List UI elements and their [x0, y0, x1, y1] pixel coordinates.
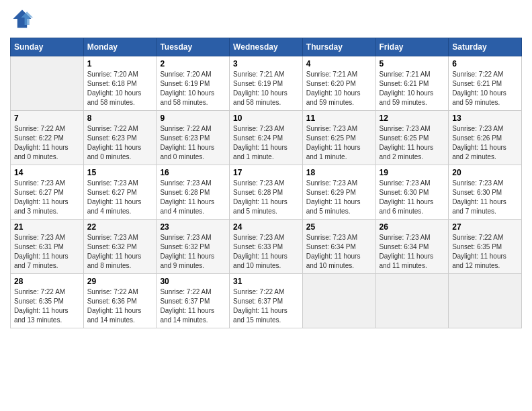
- day-info: Sunrise: 7:23 AM Sunset: 6:31 PM Dayligh…: [14, 233, 80, 271]
- calendar-cell: 24Sunrise: 7:23 AM Sunset: 6:33 PM Dayli…: [230, 220, 303, 274]
- day-info: Sunrise: 7:23 AM Sunset: 6:26 PM Dayligh…: [452, 124, 518, 162]
- calendar-cell: 21Sunrise: 7:23 AM Sunset: 6:31 PM Dayli…: [11, 220, 84, 274]
- day-number: 21: [14, 222, 80, 232]
- day-info: Sunrise: 7:22 AM Sunset: 6:35 PM Dayligh…: [452, 233, 518, 271]
- day-number: 11: [306, 113, 372, 123]
- day-number: 7: [14, 113, 80, 123]
- calendar-cell: 7Sunrise: 7:22 AM Sunset: 6:22 PM Daylig…: [11, 111, 84, 165]
- day-info: Sunrise: 7:21 AM Sunset: 6:19 PM Dayligh…: [233, 70, 299, 107]
- day-number: 8: [87, 113, 153, 123]
- calendar-table: SundayMondayTuesdayWednesdayThursdayFrid…: [10, 38, 522, 328]
- day-info: Sunrise: 7:21 AM Sunset: 6:20 PM Dayligh…: [306, 70, 372, 107]
- day-info: Sunrise: 7:23 AM Sunset: 6:25 PM Dayligh…: [380, 124, 445, 162]
- day-info: Sunrise: 7:23 AM Sunset: 6:28 PM Dayligh…: [233, 179, 299, 216]
- calendar-cell: 4Sunrise: 7:21 AM Sunset: 6:20 PM Daylig…: [302, 56, 375, 111]
- calendar-cell: 26Sunrise: 7:23 AM Sunset: 6:34 PM Dayli…: [375, 220, 449, 274]
- day-number: 13: [452, 113, 518, 123]
- weekday-header-cell: Wednesday: [230, 38, 303, 56]
- day-number: 16: [160, 168, 226, 177]
- day-number: 25: [306, 222, 372, 232]
- day-number: 23: [160, 222, 226, 232]
- calendar-week-row: 28Sunrise: 7:22 AM Sunset: 6:35 PM Dayli…: [11, 274, 522, 328]
- day-number: 5: [380, 59, 445, 68]
- logo-icon: [10, 7, 34, 31]
- calendar-cell: 19Sunrise: 7:23 AM Sunset: 6:30 PM Dayli…: [375, 165, 449, 220]
- day-info: Sunrise: 7:22 AM Sunset: 6:36 PM Dayligh…: [87, 287, 153, 325]
- calendar-cell: 5Sunrise: 7:21 AM Sunset: 6:21 PM Daylig…: [375, 56, 449, 111]
- calendar-cell: 2Sunrise: 7:20 AM Sunset: 6:19 PM Daylig…: [157, 56, 230, 111]
- calendar-cell: 27Sunrise: 7:22 AM Sunset: 6:35 PM Dayli…: [449, 220, 522, 274]
- calendar-cell: 14Sunrise: 7:23 AM Sunset: 6:27 PM Dayli…: [11, 165, 84, 220]
- calendar-cell: [302, 274, 375, 328]
- weekday-header-row: SundayMondayTuesdayWednesdayThursdayFrid…: [11, 38, 522, 56]
- calendar-cell: 1Sunrise: 7:20 AM Sunset: 6:18 PM Daylig…: [83, 56, 157, 111]
- day-info: Sunrise: 7:23 AM Sunset: 6:32 PM Dayligh…: [87, 233, 153, 271]
- calendar-cell: 8Sunrise: 7:22 AM Sunset: 6:23 PM Daylig…: [83, 111, 157, 165]
- calendar-cell: 22Sunrise: 7:23 AM Sunset: 6:32 PM Dayli…: [83, 220, 157, 274]
- day-info: Sunrise: 7:22 AM Sunset: 6:35 PM Dayligh…: [14, 287, 80, 325]
- calendar-cell: 17Sunrise: 7:23 AM Sunset: 6:28 PM Dayli…: [230, 165, 303, 220]
- calendar-cell: 23Sunrise: 7:23 AM Sunset: 6:32 PM Dayli…: [157, 220, 230, 274]
- day-info: Sunrise: 7:23 AM Sunset: 6:34 PM Dayligh…: [306, 233, 372, 271]
- calendar-cell: 11Sunrise: 7:23 AM Sunset: 6:25 PM Dayli…: [302, 111, 375, 165]
- weekday-header-cell: Thursday: [302, 38, 375, 56]
- day-info: Sunrise: 7:23 AM Sunset: 6:33 PM Dayligh…: [233, 233, 299, 271]
- day-info: Sunrise: 7:23 AM Sunset: 6:27 PM Dayligh…: [14, 179, 80, 216]
- calendar-week-row: 21Sunrise: 7:23 AM Sunset: 6:31 PM Dayli…: [11, 220, 522, 274]
- day-number: 26: [380, 222, 445, 232]
- calendar-cell: 25Sunrise: 7:23 AM Sunset: 6:34 PM Dayli…: [302, 220, 375, 274]
- calendar-cell: 15Sunrise: 7:23 AM Sunset: 6:27 PM Dayli…: [83, 165, 157, 220]
- day-info: Sunrise: 7:22 AM Sunset: 6:21 PM Dayligh…: [452, 70, 518, 107]
- calendar-cell: 13Sunrise: 7:23 AM Sunset: 6:26 PM Dayli…: [449, 111, 522, 165]
- calendar-cell: [449, 274, 522, 328]
- day-info: Sunrise: 7:22 AM Sunset: 6:37 PM Dayligh…: [233, 287, 299, 325]
- day-number: 15: [87, 168, 153, 177]
- day-info: Sunrise: 7:20 AM Sunset: 6:18 PM Dayligh…: [87, 70, 153, 107]
- day-info: Sunrise: 7:23 AM Sunset: 6:32 PM Dayligh…: [160, 233, 226, 271]
- day-number: 1: [87, 59, 153, 68]
- day-number: 4: [306, 59, 372, 68]
- day-number: 31: [233, 277, 299, 286]
- day-info: Sunrise: 7:21 AM Sunset: 6:21 PM Dayligh…: [380, 70, 445, 107]
- day-number: 10: [233, 113, 299, 123]
- calendar-cell: 31Sunrise: 7:22 AM Sunset: 6:37 PM Dayli…: [230, 274, 303, 328]
- day-number: 14: [14, 168, 80, 177]
- day-number: 6: [452, 59, 518, 68]
- calendar-cell: 10Sunrise: 7:23 AM Sunset: 6:24 PM Dayli…: [230, 111, 303, 165]
- calendar-cell: [375, 274, 449, 328]
- weekday-header-cell: Sunday: [11, 38, 84, 56]
- day-number: 17: [233, 168, 299, 177]
- calendar-cell: 9Sunrise: 7:22 AM Sunset: 6:23 PM Daylig…: [157, 111, 230, 165]
- day-number: 12: [380, 113, 445, 123]
- logo: [10, 7, 37, 31]
- calendar-week-row: 1Sunrise: 7:20 AM Sunset: 6:18 PM Daylig…: [11, 56, 522, 111]
- day-number: 24: [233, 222, 299, 232]
- day-number: 19: [380, 168, 445, 177]
- day-number: 30: [160, 277, 226, 286]
- day-info: Sunrise: 7:23 AM Sunset: 6:34 PM Dayligh…: [380, 233, 445, 271]
- calendar-cell: 29Sunrise: 7:22 AM Sunset: 6:36 PM Dayli…: [83, 274, 157, 328]
- page-header: [10, 7, 522, 31]
- weekday-header-cell: Saturday: [449, 38, 522, 56]
- calendar-week-row: 7Sunrise: 7:22 AM Sunset: 6:22 PM Daylig…: [11, 111, 522, 165]
- day-info: Sunrise: 7:23 AM Sunset: 6:27 PM Dayligh…: [87, 179, 153, 216]
- day-info: Sunrise: 7:20 AM Sunset: 6:19 PM Dayligh…: [160, 70, 226, 107]
- day-info: Sunrise: 7:23 AM Sunset: 6:24 PM Dayligh…: [233, 124, 299, 162]
- calendar-week-row: 14Sunrise: 7:23 AM Sunset: 6:27 PM Dayli…: [11, 165, 522, 220]
- day-info: Sunrise: 7:23 AM Sunset: 6:30 PM Dayligh…: [452, 179, 518, 216]
- day-number: 18: [306, 168, 372, 177]
- day-number: 22: [87, 222, 153, 232]
- day-info: Sunrise: 7:23 AM Sunset: 6:28 PM Dayligh…: [160, 179, 226, 216]
- day-info: Sunrise: 7:22 AM Sunset: 6:37 PM Dayligh…: [160, 287, 226, 325]
- weekday-header-cell: Monday: [83, 38, 157, 56]
- weekday-header-cell: Tuesday: [157, 38, 230, 56]
- calendar-cell: 28Sunrise: 7:22 AM Sunset: 6:35 PM Dayli…: [11, 274, 84, 328]
- day-info: Sunrise: 7:22 AM Sunset: 6:22 PM Dayligh…: [14, 124, 80, 162]
- day-info: Sunrise: 7:22 AM Sunset: 6:23 PM Dayligh…: [87, 124, 153, 162]
- day-info: Sunrise: 7:23 AM Sunset: 6:25 PM Dayligh…: [306, 124, 372, 162]
- calendar-cell: [11, 56, 84, 111]
- day-info: Sunrise: 7:23 AM Sunset: 6:30 PM Dayligh…: [380, 179, 445, 216]
- day-number: 3: [233, 59, 299, 68]
- calendar-cell: 18Sunrise: 7:23 AM Sunset: 6:29 PM Dayli…: [302, 165, 375, 220]
- day-number: 20: [452, 168, 518, 177]
